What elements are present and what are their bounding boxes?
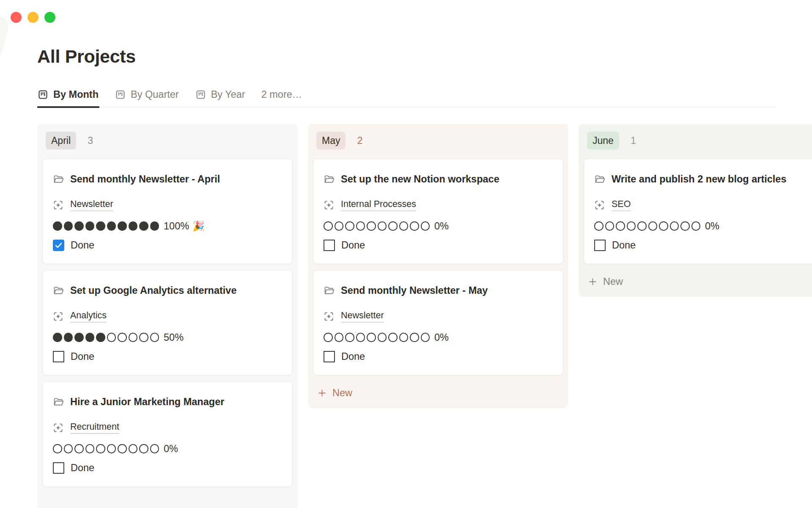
progress-dot-empty [324, 333, 333, 342]
progress-dot-empty [335, 221, 344, 231]
progress-dots [53, 333, 159, 342]
done-label: Done [71, 351, 94, 362]
progress-dot-empty [367, 221, 376, 231]
view-tab-label: By Quarter [131, 89, 179, 100]
project-card[interactable]: Send monthly Newsletter - April Newslett… [42, 159, 293, 264]
card-title-row: Send monthly Newsletter - April [53, 169, 282, 189]
done-checkbox[interactable] [53, 462, 64, 474]
project-tag-row: Newsletter [52, 199, 282, 212]
progress-dot-empty [594, 221, 604, 231]
project-card-title: Set up Google Analytics alternative [70, 281, 237, 301]
board-column-june: June 1 Write and publish 2 new blog arti… [579, 124, 812, 297]
progress-dot-empty [648, 221, 658, 231]
progress-dot-empty [118, 444, 127, 453]
column-header: June 1 [587, 132, 812, 149]
project-tag-link[interactable]: Newsletter [341, 310, 384, 323]
done-row: Done [53, 351, 282, 362]
tab-by-year[interactable]: By Year [195, 89, 245, 107]
progress-dot-filled [96, 333, 105, 342]
open-folder-icon [324, 174, 335, 185]
done-checkbox[interactable] [324, 351, 335, 362]
column-month-pill[interactable]: April [46, 132, 76, 149]
done-checkbox[interactable] [53, 351, 64, 362]
progress-dot-empty [150, 333, 159, 342]
progress-percent: 0% [434, 221, 449, 232]
column-cards: Set up the new Notion workspace Internal… [313, 159, 563, 375]
done-row: Done [324, 351, 553, 362]
progress-dot-empty [107, 444, 116, 453]
column-cards: Send monthly Newsletter - April Newslett… [42, 159, 293, 487]
tab-2-more[interactable]: 2 more… [261, 89, 302, 107]
tab-by-quarter[interactable]: By Quarter [115, 89, 179, 107]
progress-percent: 0% [164, 443, 178, 455]
project-card[interactable]: Write and publish 2 new blog articles SE… [584, 159, 812, 264]
progress-dots [324, 221, 430, 231]
done-checkbox[interactable] [594, 240, 606, 251]
project-card[interactable]: Set up Google Analytics alternative Anal… [42, 270, 293, 375]
new-item-button[interactable]: New [588, 276, 812, 287]
progress-dot-filled [139, 221, 148, 231]
progress-dot-filled [53, 333, 62, 342]
celebration-emoji: 🎉 [192, 221, 205, 232]
progress-dot-empty [345, 333, 354, 342]
project-target-icon [52, 421, 65, 434]
done-checkbox[interactable] [324, 240, 335, 251]
project-tag-row: Recruitment [52, 421, 282, 434]
column-month-pill[interactable]: May [316, 132, 346, 149]
column-card-count: 2 [357, 135, 362, 146]
column-month-pill[interactable]: June [587, 132, 619, 149]
progress-dot-empty [356, 333, 365, 342]
view-tabs: By Month By Quarter By Year 2 more… [37, 89, 775, 108]
project-target-icon [52, 310, 65, 323]
card-title-row: Write and publish 2 new blog articles [594, 169, 812, 189]
progress-percent: 0% [434, 332, 449, 343]
traffic-light-minimize[interactable] [27, 12, 38, 23]
progress-dot-empty [150, 444, 159, 453]
progress-dot-empty [616, 221, 625, 231]
progress-dot-empty [53, 444, 62, 453]
progress-dot-empty [139, 333, 148, 342]
progress-dot-empty [670, 221, 679, 231]
done-label: Done [341, 240, 365, 251]
project-tag-link[interactable]: SEO [612, 199, 631, 211]
project-card[interactable]: Hire a Junior Marketing Manager Recruitm… [42, 381, 293, 487]
progress-dot-empty [421, 333, 430, 342]
project-card[interactable]: Send monthly Newsletter - May Newsletter… [313, 270, 563, 375]
project-card-title: Hire a Junior Marketing Manager [70, 392, 224, 412]
progress-dot-filled [118, 221, 127, 231]
project-tag-link[interactable]: Analytics [70, 310, 107, 323]
progress-dot-empty [85, 444, 95, 453]
project-tag-link[interactable]: Internal Processes [341, 199, 416, 211]
project-tag-link[interactable]: Recruitment [70, 422, 119, 434]
traffic-light-close[interactable] [11, 12, 22, 23]
new-item-button[interactable]: New [317, 387, 563, 399]
card-title-row: Send monthly Newsletter - May [324, 281, 553, 301]
project-tag-link[interactable]: Newsletter [70, 199, 113, 211]
progress-dot-empty [367, 333, 376, 342]
progress-dot-filled [85, 221, 95, 231]
progress-percent: 100% [164, 221, 189, 232]
project-card-title: Write and publish 2 new blog articles [612, 169, 787, 189]
board-column-april: April 3 Send monthly Newsletter - April … [37, 124, 298, 508]
project-card-title: Send monthly Newsletter - May [341, 281, 488, 301]
progress-dot-empty [399, 221, 409, 231]
progress-dot-empty [605, 221, 614, 231]
traffic-light-zoom[interactable] [44, 12, 55, 23]
progress-percent: 0% [705, 221, 719, 232]
progress-dot-empty [637, 221, 647, 231]
progress-dot-empty [107, 333, 116, 342]
done-label: Done [71, 240, 94, 251]
progress-dot-filled [85, 333, 95, 342]
project-card-title: Set up the new Notion workspace [341, 169, 499, 189]
tab-by-month[interactable]: By Month [37, 89, 99, 107]
project-card[interactable]: Set up the new Notion workspace Internal… [313, 159, 563, 264]
progress-dot-filled [64, 221, 73, 231]
done-checkbox[interactable] [53, 240, 64, 251]
view-tab-label: 2 more… [261, 89, 302, 100]
progress-dot-empty [345, 221, 354, 231]
project-tag-row: Internal Processes [322, 199, 553, 212]
progress-dot-empty [410, 333, 419, 342]
progress-indicator: 100% 🎉 [53, 221, 282, 231]
column-cards: Write and publish 2 new blog articles SE… [584, 159, 812, 264]
progress-dots [53, 221, 159, 231]
